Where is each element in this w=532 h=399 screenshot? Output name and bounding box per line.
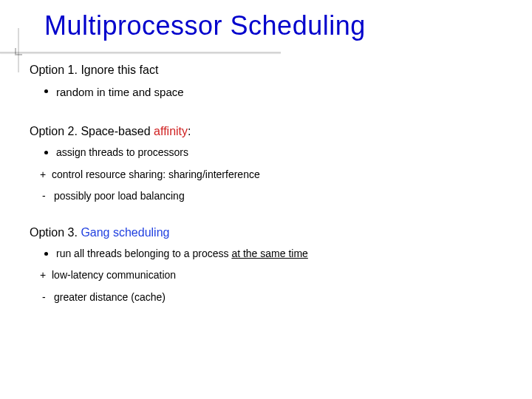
list-item-plus: + control resource sharing: sharing/inte… [40, 168, 502, 183]
list-item-text: random in time and space [56, 84, 502, 100]
option-3-list: run all threads belonging to a process a… [44, 247, 502, 305]
option-3-heading: Option 3. Gang scheduling [30, 226, 502, 239]
list-item-plus: + low-latency communication [40, 268, 502, 283]
list-item-text: possibly poor load balancing [54, 189, 502, 204]
list-item: assign threads to processors [44, 146, 502, 160]
option-1-list: random in time and space [44, 84, 502, 100]
slide: Multiprocessor Scheduling Option 1. Igno… [0, 0, 532, 399]
slide-content: Option 1. Ignore this fact random in tim… [30, 64, 502, 305]
option-1-heading: Option 1. Ignore this fact [30, 64, 502, 77]
plus-marker: + [40, 268, 52, 283]
list-item-text: assign threads to processors [56, 146, 502, 160]
list-item-text: low-latency communication [52, 268, 502, 283]
minus-marker: - [42, 290, 54, 305]
list-item-text: run all threads belonging to a process a… [56, 247, 502, 262]
heading-highlight: Gang scheduling [81, 226, 169, 239]
list-item-text: control resource sharing: sharing/interf… [52, 168, 502, 183]
decorative-horizontal-line [0, 52, 281, 53]
heading-highlight: affinity [154, 125, 188, 137]
heading-suffix: : [188, 125, 191, 137]
list-item-text: greater distance (cache) [54, 290, 502, 305]
list-item-text-prefix: run all threads belonging to a process [56, 248, 231, 259]
heading-prefix: Option 2. Space-based [30, 125, 154, 137]
list-item-minus: - greater distance (cache) [42, 290, 502, 305]
heading-prefix: Option 3. [30, 226, 81, 239]
list-item: random in time and space [44, 84, 502, 100]
option-2-heading: Option 2. Space-based affinity: [30, 125, 502, 138]
option-2-list: assign threads to processors + control r… [44, 146, 502, 204]
plus-marker: + [40, 168, 52, 183]
list-item: run all threads belonging to a process a… [44, 247, 502, 262]
minus-marker: - [42, 189, 54, 204]
list-item-text-underline: at the same time [231, 248, 308, 259]
slide-title: Multiprocessor Scheduling [44, 10, 502, 41]
list-item-minus: - possibly poor load balancing [42, 189, 502, 204]
